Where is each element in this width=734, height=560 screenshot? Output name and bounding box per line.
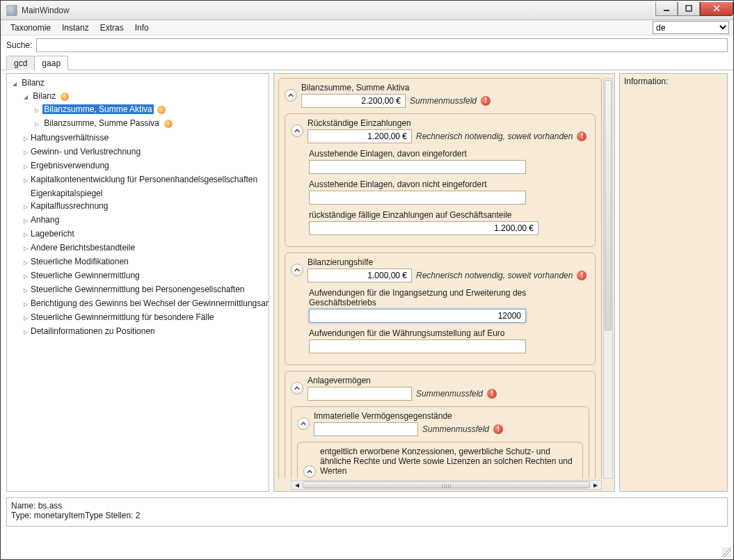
tree-item[interactable]: Steuerliche Gewinnermittlung für besonde… bbox=[22, 311, 269, 325]
field-label: Rückständige Einzahlungen bbox=[308, 118, 589, 128]
group-bilanzierungshilfe: Bilanzierungshilfe Rechnerisch notwendig… bbox=[285, 253, 596, 365]
value-input[interactable] bbox=[314, 422, 418, 436]
tree-item[interactable]: Eigenkapitalspiegel bbox=[22, 187, 269, 200]
caret-icon[interactable] bbox=[22, 214, 29, 227]
close-button[interactable] bbox=[700, 2, 733, 16]
tree-item[interactable]: Steuerliche Gewinnermittlung bbox=[22, 269, 269, 283]
search-row: Suche: bbox=[1, 35, 733, 55]
group-immaterielle: Immaterielle Vermögensgegenstände Summen… bbox=[291, 406, 589, 479]
value-input[interactable] bbox=[308, 269, 412, 282]
tree-aktiva[interactable]: Bilanzsumme, Summe Aktiva ! bbox=[33, 103, 269, 117]
value-input[interactable] bbox=[309, 339, 526, 353]
resize-grip[interactable] bbox=[721, 547, 731, 557]
collapse-button[interactable] bbox=[291, 125, 303, 137]
tree-item[interactable]: Gewinn- und Verlustrechnung bbox=[22, 145, 269, 159]
tab-gaap[interactable]: gaap bbox=[34, 56, 68, 70]
scroll-left-button[interactable]: ◂ bbox=[292, 481, 303, 489]
tree-item[interactable]: Anhang bbox=[22, 214, 269, 227]
caret-icon[interactable] bbox=[22, 242, 29, 255]
error-icon: ! bbox=[481, 96, 490, 106]
warning-icon: ! bbox=[61, 93, 69, 101]
tree-item[interactable]: Kapitalflussrechnung bbox=[22, 200, 269, 214]
hint-text: Summenmussfeld bbox=[416, 389, 483, 399]
scrollbar-thumb[interactable] bbox=[605, 80, 612, 330]
minimize-button[interactable] bbox=[655, 2, 678, 16]
scrollbar-thumb[interactable] bbox=[303, 481, 590, 488]
error-icon: ! bbox=[493, 424, 503, 434]
value-input[interactable] bbox=[301, 94, 406, 108]
menu-taxonomie[interactable]: Taxonomie bbox=[5, 22, 56, 34]
caret-icon[interactable] bbox=[22, 312, 29, 324]
footer-panel: Name: bs.ass Type: monetaryItemType Stel… bbox=[6, 497, 728, 527]
error-icon: ! bbox=[577, 131, 587, 141]
caret-icon[interactable] bbox=[22, 298, 29, 310]
horizontal-scrollbar[interactable]: ◂ ▸ bbox=[291, 480, 602, 490]
tree-passiva[interactable]: Bilanzsumme, Summe Passiva ! bbox=[33, 117, 269, 131]
svg-rect-1 bbox=[686, 6, 692, 11]
field-label: Bilanzsumme, Summe Aktiva bbox=[301, 83, 596, 93]
caret-icon[interactable] bbox=[33, 118, 40, 130]
search-input[interactable] bbox=[36, 38, 728, 52]
caret-icon[interactable] bbox=[22, 284, 29, 296]
caret-icon[interactable] bbox=[22, 90, 29, 103]
info-header: Information: bbox=[624, 77, 723, 86]
caret-icon[interactable] bbox=[22, 174, 29, 186]
hint-text: Summenmussfeld bbox=[422, 424, 489, 434]
caret-icon[interactable] bbox=[22, 270, 29, 282]
tree-item[interactable]: Steuerliche Modifikationen bbox=[22, 255, 269, 269]
tree-item[interactable]: Haftungsverhältnisse bbox=[22, 131, 269, 145]
value-input[interactable] bbox=[309, 221, 538, 235]
tree-item[interactable]: Berichtigung des Gewinns bei Wechsel der… bbox=[22, 297, 269, 311]
footer-name: Name: bs.ass bbox=[11, 501, 723, 511]
field-label: Immaterielle Vermögensgegenstände bbox=[314, 411, 583, 421]
collapse-button[interactable] bbox=[291, 382, 303, 394]
value-input[interactable] bbox=[309, 191, 526, 205]
value-input[interactable] bbox=[308, 387, 412, 401]
language-select[interactable]: de bbox=[653, 21, 729, 34]
tree-bilanz[interactable]: Bilanz ! Bilanzsumme, Summe Aktiva ! bbox=[22, 90, 269, 131]
field-label: Ausstehende Einlagen, davon nicht eingef… bbox=[309, 179, 559, 189]
caret-icon[interactable] bbox=[22, 146, 29, 159]
tree-item[interactable]: Andere Berichtsbestandteile bbox=[22, 241, 269, 255]
tab-gcd[interactable]: gcd bbox=[6, 56, 35, 70]
tree-item[interactable]: Kapitalkontenentwicklung für Personenhan… bbox=[22, 173, 269, 187]
menu-info[interactable]: Info bbox=[129, 22, 154, 34]
group-anlagevermoegen: Anlagevermögen Summenmussfeld ! bbox=[285, 371, 596, 479]
warning-icon: ! bbox=[157, 106, 166, 114]
value-input-active[interactable] bbox=[309, 309, 526, 323]
hint-text: Rechnerisch notwendig, soweit vorhanden bbox=[416, 131, 573, 141]
caret-icon[interactable] bbox=[33, 104, 40, 116]
scroll-right-button[interactable]: ▸ bbox=[590, 481, 601, 489]
maximize-button[interactable] bbox=[678, 2, 700, 16]
error-icon: ! bbox=[487, 389, 497, 399]
caret-icon[interactable] bbox=[22, 228, 29, 241]
caret-icon[interactable] bbox=[22, 160, 29, 173]
search-label: Suche: bbox=[6, 40, 32, 50]
tree-item[interactable]: Detailinformationen zu Positionen bbox=[22, 325, 269, 339]
caret-icon[interactable] bbox=[22, 200, 29, 213]
tree-item[interactable]: Lagebericht bbox=[22, 227, 269, 241]
tree-root[interactable]: Bilanz Bilanz ! Bilanzsumme, Summe Aktiv… bbox=[11, 77, 269, 339]
vertical-scrollbar[interactable] bbox=[603, 78, 613, 479]
tree-item[interactable]: Steuerliche Gewinnermittlung bei Persone… bbox=[22, 283, 269, 297]
field-label: rückständige fällige Einzahlungen auf Ge… bbox=[309, 210, 559, 220]
caret-icon[interactable] bbox=[11, 77, 18, 90]
tree-item[interactable]: Ergebnisverwendung bbox=[22, 159, 269, 173]
field-label: Aufwendungen für die Ingangsetzung und E… bbox=[309, 288, 538, 307]
collapse-button[interactable] bbox=[291, 264, 303, 276]
collapse-button[interactable] bbox=[303, 465, 316, 478]
collapse-button[interactable] bbox=[297, 417, 310, 430]
info-panel: Information: bbox=[619, 73, 728, 492]
caret-icon[interactable] bbox=[22, 256, 29, 269]
main-area: Bilanz Bilanz ! Bilanzsumme, Summe Aktiv… bbox=[1, 70, 733, 495]
menu-extras[interactable]: Extras bbox=[95, 22, 129, 34]
value-input[interactable] bbox=[309, 160, 526, 174]
error-icon: ! bbox=[577, 271, 587, 280]
tree-item-selected: Bilanzsumme, Summe Aktiva bbox=[42, 104, 153, 114]
app-icon bbox=[6, 5, 17, 16]
menu-instanz[interactable]: Instanz bbox=[56, 22, 95, 34]
value-input[interactable] bbox=[308, 129, 412, 143]
caret-icon[interactable] bbox=[22, 132, 29, 145]
collapse-button[interactable] bbox=[285, 89, 297, 102]
caret-icon[interactable] bbox=[22, 326, 29, 338]
